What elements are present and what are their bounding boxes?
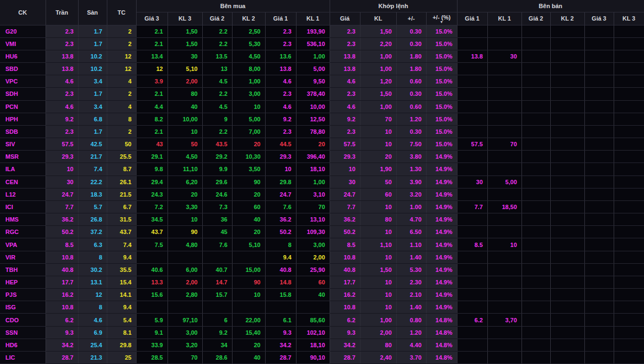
sell-price-3[interactable]: [584, 188, 614, 200]
sell-vol-3[interactable]: [614, 289, 644, 301]
sell-vol-3[interactable]: [614, 63, 644, 75]
buy-price-3[interactable]: 43: [136, 138, 168, 151]
match-change-pct[interactable]: 14.8%: [426, 314, 457, 326]
stock-code[interactable]: ILA: [0, 163, 46, 176]
match-price[interactable]: 8.5: [330, 238, 360, 251]
sell-vol-2[interactable]: [550, 251, 584, 263]
stock-code[interactable]: LIC: [0, 351, 46, 363]
sell-vol-2[interactable]: [550, 301, 584, 314]
buy-price-1[interactable]: 40.8: [265, 263, 296, 276]
match-change-pct[interactable]: 14.9%: [426, 163, 457, 176]
sell-price-1[interactable]: [457, 251, 487, 263]
match-vol[interactable]: 10: [360, 251, 396, 263]
buy-vol-2[interactable]: 15,00: [232, 263, 265, 276]
sell-price-2[interactable]: [521, 50, 550, 62]
sell-price-3[interactable]: [584, 37, 614, 50]
sell-vol-1[interactable]: 18,50: [487, 200, 521, 213]
buy-price-1[interactable]: 36.2: [265, 213, 296, 226]
sell-price-3[interactable]: [584, 151, 614, 163]
sell-price-3[interactable]: [584, 113, 614, 125]
buy-price-1[interactable]: 9.3: [265, 326, 296, 339]
buy-vol-3[interactable]: 4,50: [168, 151, 202, 163]
buy-vol-3[interactable]: 70: [168, 351, 202, 363]
buy-price-2[interactable]: 24.6: [202, 188, 232, 200]
buy-price-2[interactable]: 34: [202, 339, 232, 351]
row-CEN[interactable]: CEN3022.226.129.46,2029.69029.81,0030503…: [0, 176, 644, 188]
buy-price-3[interactable]: 2.1: [136, 125, 168, 138]
buy-vol-2[interactable]: 60: [232, 200, 265, 213]
buy-price-2[interactable]: 45: [202, 226, 232, 238]
sell-vol-1[interactable]: 30: [487, 50, 521, 62]
buy-price-2[interactable]: 29.2: [202, 151, 232, 163]
buy-vol-1[interactable]: [296, 301, 330, 314]
col-header-match-change-pct[interactable]: +/- (%) ▼: [426, 12, 457, 25]
buy-vol-3[interactable]: 40: [168, 100, 202, 113]
stock-code[interactable]: CDO: [0, 314, 46, 326]
sell-vol-2[interactable]: [550, 188, 584, 200]
buy-vol-1[interactable]: 1,00: [296, 176, 330, 188]
buy-vol-2[interactable]: 8,00: [232, 63, 265, 75]
buy-vol-3[interactable]: 97,10: [168, 314, 202, 326]
buy-price-1[interactable]: 10: [265, 163, 296, 176]
match-price[interactable]: 16.2: [330, 289, 360, 301]
col-header-buy-vol-1[interactable]: KL 1: [296, 12, 330, 25]
sell-price-1[interactable]: [457, 276, 487, 288]
buy-price-1[interactable]: 7.6: [265, 200, 296, 213]
buy-vol-3[interactable]: 3,00: [168, 326, 202, 339]
buy-vol-3[interactable]: 5,10: [168, 63, 202, 75]
match-change[interactable]: 0.30: [396, 125, 426, 138]
sell-price-3[interactable]: [584, 213, 614, 226]
buy-price-1[interactable]: 4.6: [265, 75, 296, 88]
sell-price-3[interactable]: [584, 251, 614, 263]
buy-price-3[interactable]: 7.5: [136, 238, 168, 251]
buy-price-2[interactable]: 4.5: [202, 75, 232, 88]
col-header-stock-code[interactable]: CK: [0, 0, 46, 25]
sell-price-3[interactable]: [584, 238, 614, 251]
match-change-pct[interactable]: 15.0%: [426, 113, 457, 125]
stock-code[interactable]: HEP: [0, 276, 46, 288]
buy-vol-1[interactable]: 18,10: [296, 339, 330, 351]
stock-code[interactable]: RGC: [0, 226, 46, 238]
buy-price-1[interactable]: 14.8: [265, 276, 296, 288]
sell-vol-3[interactable]: [614, 151, 644, 163]
match-change-pct[interactable]: 14.9%: [426, 151, 457, 163]
row-RGC[interactable]: RGC50.237.243.743.790452050.2109,3050.21…: [0, 226, 644, 238]
buy-price-2[interactable]: 9: [202, 113, 232, 125]
row-VPC[interactable]: VPC4.63.443.92,004.51,004.69,504.61,200.…: [0, 75, 644, 88]
buy-price-2[interactable]: 36: [202, 213, 232, 226]
sell-price-3[interactable]: [584, 263, 614, 276]
sell-price-1[interactable]: 7.7: [457, 200, 487, 213]
col-header-sell-vol-2[interactable]: KL 2: [550, 12, 584, 25]
buy-vol-2[interactable]: 1,00: [232, 75, 265, 88]
buy-vol-2[interactable]: 20: [232, 226, 265, 238]
sell-vol-1[interactable]: [487, 88, 521, 100]
sell-vol-1[interactable]: [487, 188, 521, 200]
col-header-sell-price-3[interactable]: Giá 3: [584, 12, 614, 25]
sell-vol-1[interactable]: 70: [487, 138, 521, 151]
sell-price-2[interactable]: [521, 138, 550, 151]
match-change-pct[interactable]: 15.0%: [426, 75, 457, 88]
buy-vol-2[interactable]: 4,50: [232, 50, 265, 62]
match-vol[interactable]: 10: [360, 226, 396, 238]
match-vol[interactable]: 10: [360, 125, 396, 138]
sell-vol-2[interactable]: [550, 100, 584, 113]
match-vol[interactable]: 1,20: [360, 75, 396, 88]
sell-price-2[interactable]: [521, 88, 550, 100]
buy-price-3[interactable]: 15.6: [136, 289, 168, 301]
match-change[interactable]: 4.70: [396, 213, 426, 226]
buy-price-2[interactable]: 13: [202, 63, 232, 75]
match-change[interactable]: 0.30: [396, 37, 426, 50]
buy-vol-2[interactable]: 3,50: [232, 163, 265, 176]
buy-vol-1[interactable]: 10,00: [296, 100, 330, 113]
buy-price-3[interactable]: 8.2: [136, 113, 168, 125]
buy-price-3[interactable]: 9.1: [136, 326, 168, 339]
match-vol[interactable]: 10: [360, 301, 396, 314]
sell-vol-1[interactable]: 5,00: [487, 176, 521, 188]
sell-vol-1[interactable]: [487, 75, 521, 88]
buy-price-3[interactable]: 28.5: [136, 351, 168, 363]
match-vol[interactable]: 1,90: [360, 163, 396, 176]
match-change[interactable]: 3.90: [396, 176, 426, 188]
sell-price-3[interactable]: [584, 88, 614, 100]
buy-price-1[interactable]: 9.4: [265, 251, 296, 263]
buy-price-3[interactable]: 5.9: [136, 314, 168, 326]
